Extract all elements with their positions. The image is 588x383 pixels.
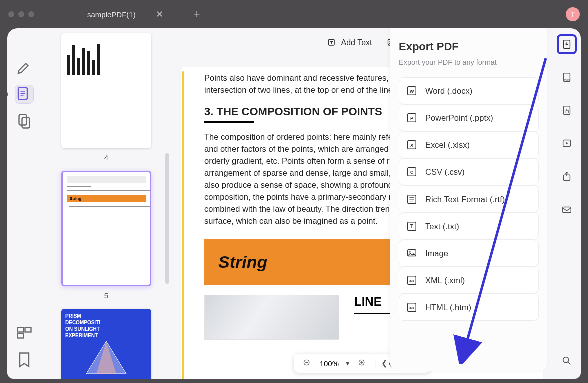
line-image (204, 295, 339, 340)
export-item-label: Word (.docx) (425, 86, 472, 96)
document-tab[interactable]: samplePDF(1) ✕ (79, 5, 183, 24)
svg-text:T: T (330, 40, 333, 45)
export-item-label: CSV (.csv) (425, 167, 465, 177)
copy-tool-icon[interactable] (15, 112, 33, 130)
new-tab-button[interactable]: + (193, 8, 200, 21)
close-window[interactable] (8, 11, 14, 17)
txt-icon: T (406, 221, 417, 232)
thumb-6-line: ON SUNLIGHT (65, 326, 147, 332)
svg-rect-24 (566, 111, 569, 113)
zoom-level: 100% (320, 359, 339, 368)
export-item-rtf[interactable]: Rich Text Format (.rtf) (399, 185, 539, 213)
right-toolbar: PDF/A (553, 28, 581, 379)
rule (204, 121, 254, 123)
export-pdf-icon[interactable] (557, 34, 577, 54)
close-icon[interactable]: ✕ (156, 9, 163, 20)
htm-icon: </> (406, 302, 417, 313)
export-panel: Export PDF Export your PDF to any format… (390, 28, 547, 371)
export-subtitle: Export your PDF to any format (399, 58, 539, 66)
thumbnail-number: 4 (104, 153, 108, 162)
svg-line-29 (568, 362, 571, 365)
window-controls (8, 11, 34, 17)
img-icon (406, 248, 417, 259)
export-item-xml[interactable]: </>XML (.xml) (399, 267, 539, 294)
zoom-in-icon[interactable] (357, 358, 368, 369)
svg-text:P: P (410, 116, 413, 121)
thumb-6-line: EXPERIMENT (65, 332, 147, 339)
svg-text:PDF/A: PDF/A (563, 79, 570, 82)
export-item-label: Rich Text Format (.rtf) (425, 195, 505, 204)
svg-rect-27 (563, 207, 571, 213)
add-text-button[interactable]: T Add Text (327, 38, 372, 48)
pdfa-icon[interactable]: PDF/A (557, 67, 577, 87)
export-item-word[interactable]: WWord (.docx) (399, 77, 539, 104)
window-chrome: samplePDF(1) ✕ + T (0, 0, 588, 28)
thumbnail-page-5[interactable]: ▬▬▬▬▬▬▬▬▬▬▬▬▬▬▬▬ ▬▬▬▬▬▬▬▬▬▬▬▬▬▬▬▬▬▬▬▬▬▬▬… (47, 171, 165, 300)
bookmark-tool-icon[interactable] (15, 351, 33, 369)
zoom-dropdown-icon[interactable]: ▾ (346, 359, 350, 368)
svg-text:W: W (410, 89, 414, 94)
thumb-5-string: String (67, 195, 146, 202)
maximize-window[interactable] (28, 11, 34, 17)
rtf-icon (406, 194, 417, 205)
app-body: ▬▬▬▬▬▬ ▬▬▬▬ ▬▬▬▬▬▬▬ ▬▬▬▬▬ ▬▬▬ ▬▬▬▬▬ ▬▬▬▬… (7, 28, 581, 379)
add-text-label: Add Text (341, 38, 372, 47)
csv-icon: C (406, 166, 417, 177)
thumbnail-scrollbar[interactable] (165, 153, 169, 284)
mail-icon[interactable] (557, 200, 577, 220)
export-item-xls[interactable]: XExcel (.xlsx) (399, 131, 539, 158)
minimize-window[interactable] (18, 11, 24, 17)
svg-text:T: T (410, 224, 414, 229)
thumbnail-number: 5 (104, 291, 108, 300)
form-tool-icon[interactable] (15, 324, 33, 342)
search-icon[interactable] (557, 351, 577, 371)
avatar[interactable]: T (566, 7, 580, 21)
highlighter-tool-icon[interactable] (15, 58, 33, 76)
export-item-label: XML (.xml) (425, 276, 465, 285)
thumbnail-page-6[interactable]: PRISM DECOMPOSITI ON SUNLIGHT EXPERIMENT (47, 309, 165, 379)
svg-point-28 (563, 357, 569, 363)
export-item-csv[interactable]: CCSV (.csv) (399, 158, 539, 185)
left-toolbar (7, 28, 41, 379)
svg-rect-5 (22, 118, 30, 128)
xml-icon: </> (406, 275, 417, 286)
export-item-label: HTML (.htm) (425, 303, 471, 312)
tab-title: samplePDF(1) (87, 10, 136, 19)
export-item-img[interactable]: Image (399, 240, 539, 267)
xls-icon: X (406, 139, 417, 150)
export-item-htm[interactable]: </>HTML (.htm) (399, 294, 539, 321)
export-item-ppt[interactable]: PPowerPoint (.pptx) (399, 104, 539, 131)
export-title: Export PDF (399, 40, 539, 53)
thumbnail-page-4[interactable]: ▬▬▬▬▬▬ ▬▬▬▬ ▬▬▬▬▬▬▬ ▬▬▬▬▬ ▬▬▬ ▬▬▬▬▬ ▬▬▬▬… (47, 33, 165, 162)
ppt-icon: P (406, 112, 417, 123)
svg-text:C: C (410, 170, 413, 175)
slideshow-icon[interactable] (557, 133, 577, 153)
svg-rect-7 (25, 328, 31, 332)
svg-text:</>: </> (409, 279, 415, 283)
thumb-6-line: PRISM (65, 313, 147, 319)
export-item-label: Excel (.xlsx) (425, 140, 470, 150)
svg-rect-4 (19, 115, 27, 125)
svg-rect-8 (18, 334, 24, 338)
svg-text:X: X (410, 143, 414, 148)
zoom-out-icon[interactable] (302, 358, 313, 369)
export-item-txt[interactable]: TText (.txt) (399, 213, 539, 240)
string-text: String (218, 252, 267, 271)
word-icon: W (406, 85, 417, 96)
encrypt-icon[interactable] (557, 100, 577, 120)
svg-rect-6 (18, 328, 24, 332)
share-icon[interactable] (557, 166, 577, 186)
thumb-6-line: DECOMPOSITI (65, 319, 147, 326)
export-item-label: PowerPoint (.pptx) (425, 113, 493, 123)
svg-text:</>: </> (409, 306, 415, 310)
thumbnail-panel: ▬▬▬▬▬▬ ▬▬▬▬ ▬▬▬▬▬▬▬ ▬▬▬▬▬ ▬▬▬ ▬▬▬▬▬ ▬▬▬▬… (41, 28, 171, 379)
thumbnails-tool-icon[interactable] (15, 85, 33, 103)
export-item-label: Image (425, 249, 448, 258)
export-item-label: Text (.txt) (425, 222, 459, 231)
svg-point-45 (409, 251, 411, 253)
